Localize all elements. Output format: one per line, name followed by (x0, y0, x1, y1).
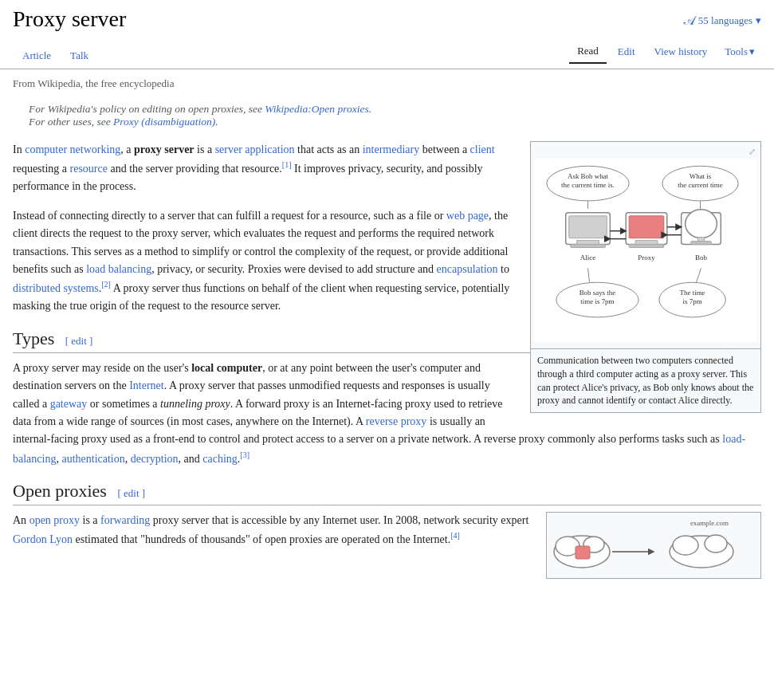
proxy-diagram-box: ⤢ Ask Bob what the current time is. What… (530, 141, 761, 413)
svg-point-43 (705, 535, 727, 553)
link-intermediary[interactable]: intermediary (363, 144, 420, 155)
tab-article[interactable]: Article (13, 45, 61, 69)
tabs-left: Article Talk (13, 45, 98, 69)
svg-rect-9 (569, 216, 607, 238)
svg-text:the current time is.: the current time is. (561, 181, 615, 189)
page-title: Proxy server (13, 6, 126, 32)
section-open-proxies-heading: Open proxies [ edit ] (13, 481, 761, 505)
languages-link[interactable]: 𝒜 55 languages ▾ (684, 14, 761, 28)
main-content: ⤢ Ask Bob what the current time is. What… (13, 141, 761, 592)
italic-tunneling-proxy: tunneling proxy (160, 398, 230, 410)
tab-read[interactable]: Read (569, 40, 607, 64)
link-internet[interactable]: Internet (129, 379, 164, 391)
svg-rect-20 (698, 238, 705, 242)
tools-button[interactable]: Tools ▾ (718, 41, 761, 63)
svg-text:Alice: Alice (580, 254, 595, 262)
translate-icon: 𝒜 (684, 14, 695, 28)
svg-text:Proxy: Proxy (638, 254, 655, 262)
bold-proxy-server: proxy server (134, 144, 194, 155)
link-forwarding[interactable]: forwarding (100, 514, 150, 526)
svg-text:Bob says the: Bob says the (580, 289, 616, 297)
proxy-diagram-image: ⤢ Ask Bob what the current time is. What… (531, 142, 760, 348)
tabs-right: Read Edit View history Tools ▾ (569, 40, 761, 69)
svg-point-42 (673, 536, 698, 555)
svg-rect-15 (635, 241, 658, 245)
link-resource[interactable]: resource (70, 163, 108, 175)
open-proxies-diagram-box: example.com (546, 512, 761, 579)
ref-4: [4] (450, 531, 460, 540)
link-authentication[interactable]: authentication (61, 452, 124, 464)
tools-chevron-icon: ▾ (749, 45, 755, 58)
svg-text:The time: The time (680, 289, 705, 297)
ref-2: [2] (101, 280, 111, 289)
link-distributed-systems[interactable]: distributed systems (13, 282, 99, 294)
open-proxies-svg: example.com (550, 516, 757, 572)
open-proxies-diagram-image: example.com (547, 513, 760, 578)
svg-rect-39 (576, 546, 590, 559)
hatnote: For Wikipedia's policy on editing on ope… (13, 100, 761, 132)
tab-edit[interactable]: Edit (610, 41, 643, 63)
expand-icon[interactable]: ⤢ (747, 145, 757, 159)
svg-text:time is 7pm: time is 7pm (580, 297, 614, 305)
link-client[interactable]: client (470, 144, 495, 155)
section-open-proxies-label: Open proxies (13, 481, 107, 501)
ref-1: [1] (282, 160, 292, 169)
section-types-label: Types (13, 328, 54, 348)
svg-text:is 7pm: is 7pm (683, 297, 702, 305)
section-types-edit: [ edit ] (65, 335, 93, 347)
languages-count: 55 languages (698, 14, 752, 27)
link-server-application[interactable]: server application (215, 144, 295, 155)
svg-rect-11 (571, 245, 606, 248)
section-open-proxies-edit: [ edit ] (117, 487, 145, 499)
svg-text:What is: What is (690, 172, 712, 180)
page-content: From Wikipedia, the free encyclopedia Fo… (0, 69, 774, 600)
svg-text:example.com: example.com (690, 519, 729, 527)
header-top: Proxy server 𝒜 55 languages ▾ (13, 6, 761, 40)
link-gordon-lyon[interactable]: Gordon Lyon (13, 533, 73, 545)
svg-text:the current time: the current time (678, 181, 723, 189)
hatnote-line1: For Wikipedia's policy on editing on ope… (29, 103, 371, 115)
svg-point-19 (686, 210, 717, 238)
link-open-proxy[interactable]: open proxy (29, 514, 80, 526)
link-encapsulation[interactable]: encapsulation (437, 263, 498, 275)
proxy-diagram-svg: Ask Bob what the current time is. What i… (534, 159, 757, 342)
proxy-diagram-caption: Communication between two computers conn… (531, 348, 760, 412)
edit-open-proxies-link[interactable]: [ edit ] (117, 487, 145, 499)
svg-text:Bob: Bob (695, 254, 707, 262)
link-computer-networking[interactable]: computer networking (25, 144, 120, 155)
page-header: Proxy server 𝒜 55 languages ▾ Article Ta… (0, 0, 774, 69)
hatnote-link1[interactable]: Wikipedia:Open proxies (265, 103, 368, 115)
hatnote-link2[interactable]: Proxy (disambiguation) (113, 116, 215, 128)
hatnote-line2: For other uses, see Proxy (disambiguatio… (29, 116, 218, 128)
tab-talk[interactable]: Talk (61, 45, 98, 69)
link-reverse-proxy[interactable]: reverse proxy (366, 415, 427, 427)
svg-text:Ask Bob what: Ask Bob what (568, 172, 609, 180)
tab-view-history[interactable]: View history (646, 41, 716, 63)
svg-rect-10 (577, 241, 599, 245)
link-gateway[interactable]: gateway (50, 398, 88, 410)
chevron-down-icon: ▾ (756, 14, 761, 27)
svg-line-34 (697, 268, 701, 282)
tabs-bar: Article Talk Read Edit View history Tool… (13, 40, 761, 69)
svg-rect-14 (629, 216, 664, 238)
link-decryption[interactable]: decryption (131, 452, 179, 464)
bold-local-computer: local computer (191, 362, 262, 374)
svg-rect-16 (629, 245, 664, 248)
link-web-page[interactable]: web page (446, 210, 489, 222)
svg-rect-21 (691, 242, 712, 245)
from-wikipedia: From Wikipedia, the free encyclopedia (13, 77, 761, 90)
ref-3: [3] (240, 450, 249, 459)
link-caching[interactable]: caching (202, 452, 238, 464)
svg-line-30 (588, 268, 590, 282)
link-load-balancing[interactable]: load balancing (86, 263, 151, 275)
edit-types-link[interactable]: [ edit ] (65, 335, 93, 347)
